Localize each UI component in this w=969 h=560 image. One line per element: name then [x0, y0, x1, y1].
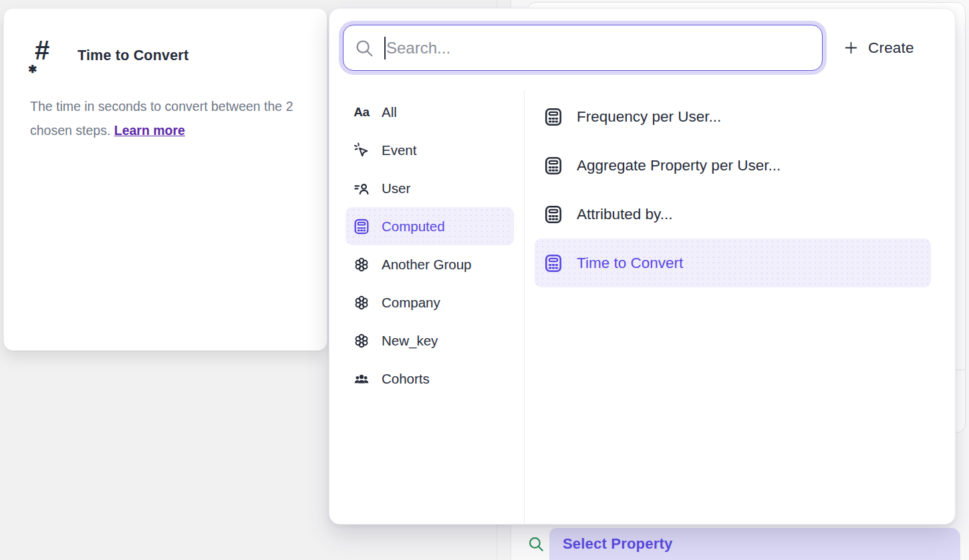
result-item-frequency-per-user[interactable]: Frequency per User...: [535, 92, 931, 141]
group-cluster-icon: [353, 256, 370, 273]
search-icon: [527, 535, 545, 553]
category-item-event[interactable]: Event: [345, 131, 514, 169]
category-item-computed[interactable]: Computed: [345, 207, 514, 245]
learn-more-link[interactable]: Learn more: [114, 123, 185, 138]
result-item-aggregate-property-per-user[interactable]: Aggregate Property per User...: [535, 141, 931, 190]
tooltip-description: The time in seconds to convert between t…: [30, 95, 299, 142]
category-item-another-group[interactable]: Another Group: [345, 245, 514, 283]
text-cursor: [384, 37, 386, 59]
create-button-label: Create: [868, 39, 914, 57]
category-label: Computed: [382, 219, 445, 235]
result-label: Attributed by...: [577, 206, 672, 223]
tooltip-header: # ✱ Time to Convert: [29, 37, 188, 74]
plus-icon: [843, 39, 859, 56]
category-item-company[interactable]: Company: [345, 283, 514, 321]
cohorts-icon: [353, 370, 370, 388]
result-item-time-to-convert[interactable]: Time to Convert: [535, 239, 931, 287]
category-item-new-key[interactable]: New_key: [345, 321, 514, 360]
calculator-icon: [543, 107, 563, 127]
search-input[interactable]: [386, 39, 811, 57]
create-button[interactable]: Create: [843, 25, 914, 71]
result-label: Frequency per User...: [577, 108, 721, 126]
calculator-icon: [353, 218, 370, 235]
select-property-label: Select Property: [563, 535, 672, 553]
property-picker-popup: Create AaAllEventUserComputedAnother Gro…: [329, 8, 956, 525]
column-divider: [524, 90, 525, 524]
computed-number-icon: # ✱: [29, 38, 59, 73]
category-label: All: [382, 104, 397, 120]
category-label: Event: [382, 142, 416, 158]
select-property-button[interactable]: Select Property: [549, 528, 960, 560]
category-item-user[interactable]: User: [345, 169, 514, 207]
search-box[interactable]: [343, 25, 823, 71]
results-list: Frequency per User...Aggregate Property …: [535, 92, 931, 287]
category-label: Company: [382, 295, 440, 311]
text-format-icon: Aa: [353, 104, 370, 121]
category-label: User: [382, 180, 410, 196]
category-label: Another Group: [382, 257, 471, 273]
property-tooltip-card: # ✱ Time to Convert The time in seconds …: [3, 8, 327, 351]
category-item-cohorts[interactable]: Cohorts: [345, 360, 514, 398]
result-label: Aggregate Property per User...: [577, 157, 781, 174]
calculator-icon: [543, 156, 563, 176]
category-label: New_key: [382, 333, 438, 349]
category-label: Cohorts: [382, 371, 430, 387]
result-item-attributed-by[interactable]: Attributed by...: [535, 190, 931, 239]
category-item-all[interactable]: AaAll: [345, 93, 514, 131]
group-cluster-icon: [353, 332, 370, 349]
search-icon: [354, 38, 374, 58]
group-cluster-icon: [353, 294, 370, 311]
result-label: Time to Convert: [577, 255, 683, 272]
calculator-icon: [543, 253, 563, 273]
category-list: AaAllEventUserComputedAnother GroupCompa…: [345, 93, 514, 398]
user-list-icon: [353, 180, 370, 197]
cursor-click-icon: [353, 142, 370, 159]
calculator-icon: [543, 204, 563, 225]
tooltip-title: Time to Convert: [78, 47, 188, 64]
